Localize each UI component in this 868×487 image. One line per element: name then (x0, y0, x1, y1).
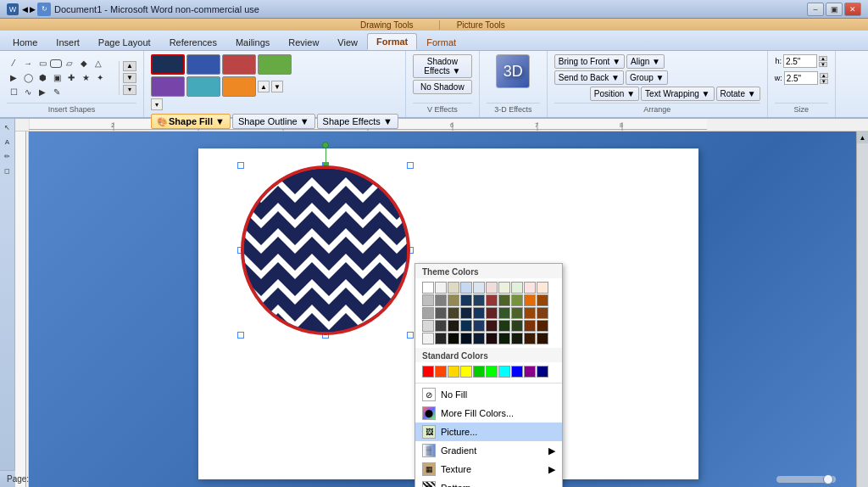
swatch-5[interactable] (151, 76, 185, 97)
theme-color-47[interactable] (511, 333, 523, 344)
theme-color-13[interactable] (460, 294, 472, 306)
minimize-button[interactable]: – (807, 3, 824, 16)
align-button[interactable]: Align ▼ (626, 54, 665, 69)
shape-fill-button[interactable]: 🎨 Shape Fill ▼ (151, 114, 231, 129)
3d-effects-button[interactable]: 3D (496, 54, 530, 88)
standard-color-4[interactable] (473, 366, 485, 378)
line-icon[interactable]: ⁄ (7, 57, 20, 70)
theme-color-20[interactable] (422, 307, 434, 319)
group-button[interactable]: Group ▼ (626, 70, 668, 85)
no-fill-item[interactable]: ⊘ No Fill (415, 385, 562, 404)
theme-color-19[interactable] (537, 294, 548, 306)
cross-icon[interactable]: ✚ (64, 71, 78, 85)
theme-color-44[interactable] (473, 333, 485, 344)
theme-color-3[interactable] (460, 282, 472, 294)
theme-color-1[interactable] (435, 282, 447, 294)
height-up[interactable]: ▲ (819, 56, 827, 61)
theme-color-21[interactable] (435, 307, 447, 319)
oval-icon[interactable]: ◯ (21, 71, 35, 85)
callout-icon[interactable]: ☐ (7, 86, 20, 99)
theme-color-24[interactable] (473, 307, 485, 319)
theme-color-28[interactable] (524, 307, 536, 319)
theme-color-12[interactable] (448, 294, 459, 306)
shapes-scroll-up[interactable]: ▲ (123, 61, 136, 71)
theme-color-42[interactable] (448, 333, 459, 344)
octagon-icon[interactable]: ▣ (50, 71, 64, 85)
shape-outline-button[interactable]: Shape Outline ▼ (232, 114, 315, 129)
restore-button[interactable]: ▣ (826, 3, 843, 16)
theme-color-2[interactable] (448, 282, 459, 294)
handle-top-left[interactable] (237, 162, 244, 169)
scroll-up-btn[interactable]: ▲ (857, 132, 869, 143)
draw-tool[interactable]: ✏ (1, 149, 14, 163)
rotate-button[interactable]: Rotate ▼ (716, 87, 760, 101)
zoom-slider[interactable] (776, 476, 836, 483)
shapes-scroll-down[interactable]: ▼ (123, 73, 136, 83)
star4-icon[interactable]: ✦ (93, 71, 107, 85)
theme-color-31[interactable] (435, 320, 447, 332)
shapes-more[interactable]: ▾ (123, 85, 136, 95)
theme-color-38[interactable] (524, 320, 536, 332)
standard-color-9[interactable] (537, 366, 548, 378)
height-down[interactable]: ▼ (819, 62, 827, 67)
scroll-up-2[interactable]: ▲ (258, 81, 270, 92)
rounded-rect-icon[interactable] (50, 59, 62, 68)
no-shadow-button[interactable]: No Shadow (413, 80, 472, 94)
theme-color-37[interactable] (511, 320, 523, 332)
theme-color-27[interactable] (511, 307, 523, 319)
theme-color-25[interactable] (486, 307, 498, 319)
standard-color-8[interactable] (524, 366, 536, 378)
triangle-icon[interactable]: △ (92, 57, 105, 70)
theme-color-48[interactable] (524, 333, 536, 344)
theme-color-23[interactable] (460, 307, 472, 319)
diamond-icon[interactable]: ◆ (77, 57, 91, 70)
swatch-4[interactable] (258, 54, 292, 75)
tab-mailings[interactable]: Mailings (226, 34, 279, 50)
close-button[interactable]: ✕ (844, 3, 861, 16)
star5-icon[interactable]: ★ (79, 71, 92, 85)
text-tool[interactable]: A (1, 135, 14, 148)
theme-color-6[interactable] (498, 282, 510, 294)
tab-references[interactable]: References (160, 34, 226, 50)
theme-color-30[interactable] (422, 320, 434, 332)
theme-color-11[interactable] (435, 294, 447, 306)
right-triangle-icon[interactable]: ▶ (7, 71, 20, 85)
theme-color-17[interactable] (511, 294, 523, 306)
standard-color-3[interactable] (460, 366, 472, 378)
scrollbar-vertical[interactable]: ▲ ▼ (856, 132, 868, 487)
swatch-1[interactable] (151, 54, 185, 75)
tab-home[interactable]: Home (3, 34, 47, 50)
swatch-6[interactable] (186, 76, 220, 97)
swatch-7[interactable] (222, 76, 256, 97)
theme-color-16[interactable] (498, 294, 510, 306)
theme-color-14[interactable] (473, 294, 485, 306)
freeform-icon[interactable]: ▶ (36, 86, 49, 99)
theme-color-32[interactable] (448, 320, 459, 332)
theme-color-33[interactable] (460, 320, 472, 332)
handle-top-right[interactable] (407, 162, 414, 169)
theme-color-46[interactable] (498, 333, 510, 344)
standard-color-5[interactable] (486, 366, 498, 378)
select-tool[interactable]: ↖ (1, 120, 14, 134)
texture-item[interactable]: ▦ Texture ▶ (415, 460, 562, 479)
theme-color-29[interactable] (537, 307, 548, 319)
theme-color-5[interactable] (486, 282, 498, 294)
theme-color-7[interactable] (511, 282, 523, 294)
tab-review[interactable]: Review (279, 34, 328, 50)
tab-view[interactable]: View (328, 34, 367, 50)
theme-color-49[interactable] (537, 333, 548, 344)
theme-color-41[interactable] (435, 333, 447, 344)
theme-color-35[interactable] (486, 320, 498, 332)
curve-icon[interactable]: ∿ (21, 86, 35, 99)
theme-color-22[interactable] (448, 307, 459, 319)
theme-color-4[interactable] (473, 282, 485, 294)
tab-format-picture[interactable]: Format (417, 34, 465, 50)
standard-color-0[interactable] (422, 366, 434, 378)
eraser-tool[interactable]: ◻ (1, 164, 14, 177)
width-down[interactable]: ▼ (820, 79, 828, 84)
theme-color-15[interactable] (486, 294, 498, 306)
standard-color-1[interactable] (435, 366, 447, 378)
height-input[interactable] (783, 54, 817, 68)
shadow-effects-button[interactable]: Shadow Effects ▼ (413, 54, 472, 78)
swatch-2[interactable] (186, 54, 220, 75)
